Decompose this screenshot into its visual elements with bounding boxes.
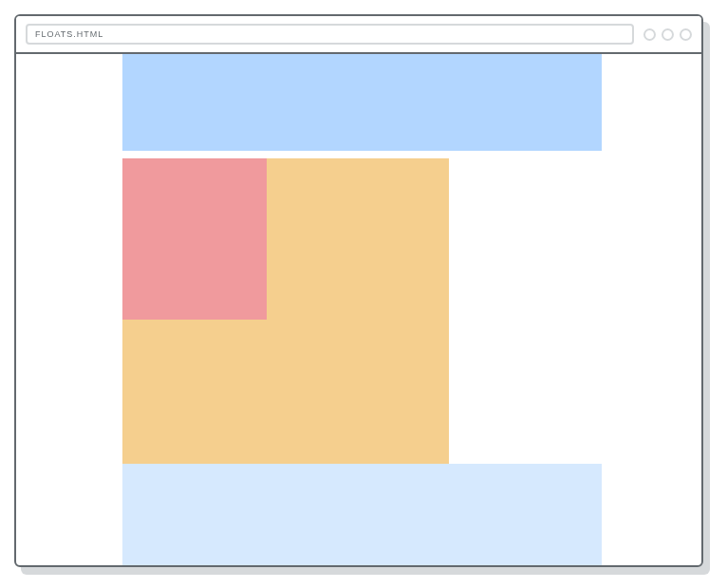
browser-window: FLOATS.HTML xyxy=(14,14,703,567)
minimize-icon[interactable] xyxy=(643,28,656,41)
layout-footer-block xyxy=(122,464,602,565)
url-bar[interactable]: FLOATS.HTML xyxy=(26,24,634,45)
layout-sidebar-block xyxy=(122,158,267,320)
browser-titlebar: FLOATS.HTML xyxy=(16,16,701,54)
window-controls xyxy=(643,28,692,41)
close-icon[interactable] xyxy=(680,28,692,41)
maximize-icon[interactable] xyxy=(662,28,674,41)
browser-viewport xyxy=(16,54,701,565)
url-text: FLOATS.HTML xyxy=(35,29,103,39)
layout-header-block xyxy=(122,54,602,151)
